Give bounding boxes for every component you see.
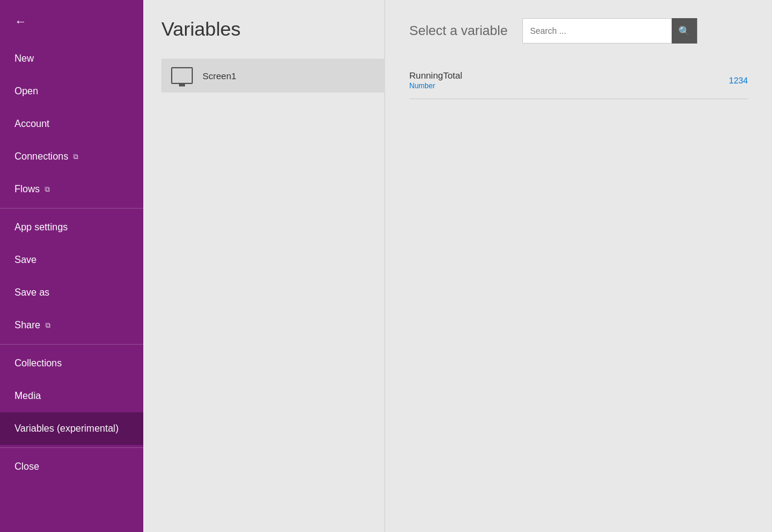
search-icon: 🔍 bbox=[678, 25, 690, 37]
sidebar-item-new[interactable]: New bbox=[0, 42, 143, 75]
sidebar-item-connections[interactable]: Connections ⧉ bbox=[0, 140, 143, 173]
back-button[interactable]: ← bbox=[0, 0, 143, 42]
search-button[interactable]: 🔍 bbox=[672, 18, 697, 44]
search-input[interactable] bbox=[523, 26, 672, 36]
sidebar-item-app-settings[interactable]: App settings bbox=[0, 211, 143, 244]
select-variable-text: Select a variable bbox=[409, 23, 508, 39]
sidebar-item-collections-label: Collections bbox=[15, 358, 62, 369]
sidebar-item-close[interactable]: Close bbox=[0, 450, 143, 483]
left-panel: Variables Screen1 bbox=[143, 0, 385, 532]
sidebar: ← New Open Account Connections ⧉ Flows ⧉… bbox=[0, 0, 143, 532]
sidebar-item-save-as-label: Save as bbox=[15, 287, 50, 298]
sidebar-item-save-label: Save bbox=[15, 255, 36, 265]
sidebar-divider-2 bbox=[0, 344, 143, 345]
right-panel: Select a variable 🔍 RunningTotal Number … bbox=[385, 0, 772, 532]
sidebar-item-variables-label: Variables (experimental) bbox=[15, 423, 118, 434]
variable-row-runningtotal[interactable]: RunningTotal Number 1234 bbox=[409, 62, 748, 99]
variable-value: 1234 bbox=[729, 76, 748, 85]
variable-name: RunningTotal bbox=[409, 70, 462, 80]
connections-external-icon: ⧉ bbox=[73, 152, 79, 161]
sidebar-item-close-label: Close bbox=[15, 461, 39, 472]
main-area: Variables Screen1 Select a variable 🔍 Ru… bbox=[143, 0, 772, 532]
sidebar-item-flows-label: Flows bbox=[15, 184, 40, 195]
sidebar-item-new-label: New bbox=[15, 53, 34, 64]
page-title: Variables bbox=[161, 18, 384, 41]
variable-info: RunningTotal Number bbox=[409, 70, 462, 90]
sidebar-item-flows[interactable]: Flows ⧉ bbox=[0, 173, 143, 206]
sidebar-item-connections-label: Connections bbox=[15, 151, 68, 162]
screen1-label: Screen1 bbox=[203, 71, 236, 81]
sidebar-item-account[interactable]: Account bbox=[0, 108, 143, 140]
sidebar-item-save[interactable]: Save bbox=[0, 244, 143, 276]
sidebar-item-account-label: Account bbox=[15, 118, 50, 129]
sidebar-item-media[interactable]: Media bbox=[0, 380, 143, 412]
sidebar-item-share-label: Share bbox=[15, 320, 41, 331]
sidebar-item-share[interactable]: Share ⧉ bbox=[0, 309, 143, 342]
screen-icon bbox=[171, 67, 193, 84]
sidebar-item-open[interactable]: Open bbox=[0, 75, 143, 108]
sidebar-item-save-as[interactable]: Save as bbox=[0, 276, 143, 309]
search-box: 🔍 bbox=[522, 18, 698, 44]
sidebar-divider-1 bbox=[0, 208, 143, 209]
sidebar-item-app-settings-label: App settings bbox=[15, 222, 68, 233]
back-arrow-icon: ← bbox=[15, 15, 27, 28]
variables-header: Select a variable 🔍 bbox=[409, 18, 748, 44]
variable-type: Number bbox=[409, 82, 462, 90]
sidebar-item-media-label: Media bbox=[15, 391, 41, 401]
share-external-icon: ⧉ bbox=[45, 321, 51, 329]
sidebar-item-open-label: Open bbox=[15, 86, 38, 97]
sidebar-item-collections[interactable]: Collections bbox=[0, 347, 143, 380]
sidebar-item-variables[interactable]: Variables (experimental) bbox=[0, 412, 143, 445]
sidebar-divider-3 bbox=[0, 447, 143, 448]
flows-external-icon: ⧉ bbox=[45, 185, 50, 193]
screen1-item[interactable]: Screen1 bbox=[161, 59, 385, 92]
